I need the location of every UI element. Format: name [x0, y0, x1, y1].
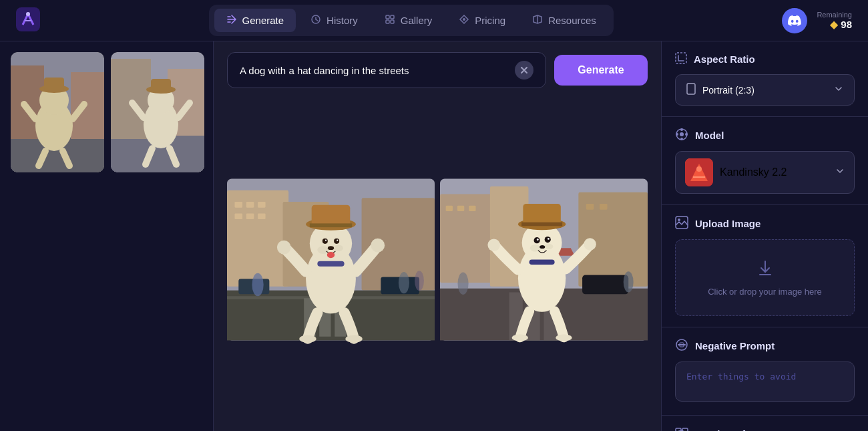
negative-prompt-section: Negative Prompt	[662, 327, 868, 416]
svg-point-86	[530, 245, 541, 251]
history-nav-label: History	[327, 15, 358, 26]
svg-rect-100	[529, 260, 555, 265]
generate-nav-label: Generate	[242, 15, 284, 26]
svg-point-98	[512, 334, 528, 341]
svg-rect-39	[235, 213, 243, 219]
svg-point-89	[545, 237, 551, 243]
svg-point-56	[337, 240, 338, 241]
svg-rect-78	[600, 204, 608, 210]
svg-rect-76	[469, 206, 475, 211]
svg-rect-60	[312, 205, 351, 227]
svg-rect-3	[386, 15, 389, 19]
left-sidebar	[0, 41, 214, 431]
right-sidebar: Aspect Ratio Portrait (2:3)	[661, 41, 868, 431]
svg-point-101	[624, 271, 634, 292]
svg-point-69	[415, 271, 424, 291]
aspect-ratio-dropdown-left: Portrait (2:3)	[686, 83, 754, 97]
svg-rect-74	[446, 206, 453, 211]
thumbnail-row	[11, 52, 202, 172]
thumbnail-2[interactable]	[111, 52, 204, 172]
portrait-icon	[686, 83, 696, 97]
svg-rect-0	[16, 7, 40, 31]
svg-point-109	[676, 133, 678, 136]
svg-point-108	[680, 138, 683, 140]
clear-button[interactable]	[515, 61, 533, 80]
aspect-ratio-icon	[675, 52, 687, 66]
resources-nav-icon	[532, 14, 543, 27]
app-logo[interactable]	[16, 7, 40, 34]
main-content: A dog with a hat dancing in the streets …	[0, 41, 868, 431]
svg-rect-4	[391, 15, 394, 19]
generated-image-1[interactable]	[227, 99, 435, 420]
model-dropdown-left: Kandinsky 2.2	[685, 158, 787, 186]
aspect-ratio-chevron-icon	[834, 84, 843, 96]
nav-item-history[interactable]: History	[298, 9, 370, 32]
svg-rect-27	[151, 79, 171, 92]
navbar: Generate History Gallery	[0, 0, 868, 41]
svg-point-65	[345, 335, 362, 343]
generate-nav-icon	[226, 14, 237, 27]
nav-item-pricing[interactable]: Pricing	[447, 9, 517, 32]
thumbnail-1[interactable]	[11, 52, 104, 172]
svg-rect-38	[258, 202, 266, 208]
svg-rect-11	[71, 72, 104, 139]
search-container: A dog with a hat dancing in the streets	[227, 52, 546, 88]
svg-point-114	[678, 219, 680, 221]
remaining-credits-box: Remaining ◆ 98	[817, 11, 852, 31]
resources-nav-label: Resources	[548, 15, 596, 26]
svg-point-92	[539, 245, 545, 249]
svg-rect-77	[586, 204, 594, 210]
upload-image-icon	[675, 216, 688, 231]
coins-value: ◆ 98	[830, 19, 852, 31]
svg-point-88	[534, 237, 540, 243]
svg-point-64	[299, 335, 316, 343]
generated-image-2[interactable]	[440, 99, 648, 420]
svg-point-1	[26, 12, 30, 16]
image-gap	[436, 99, 439, 420]
aspect-ratio-value: Portrait (2:3)	[702, 85, 754, 96]
upload-placeholder-text: Click or drop your image here	[708, 287, 822, 297]
svg-point-52	[334, 245, 343, 251]
svg-point-63	[371, 239, 385, 253]
image-display	[214, 99, 661, 431]
gallery-nav-icon	[385, 14, 395, 27]
pricing-nav-icon	[459, 14, 469, 27]
upload-download-icon	[756, 259, 775, 280]
svg-point-55	[325, 240, 327, 241]
nav-item-gallery[interactable]: Gallery	[373, 9, 445, 32]
generate-button[interactable]: Generate	[554, 55, 648, 86]
svg-point-110	[685, 133, 688, 136]
number-of-images-section: Number of Images	[662, 416, 868, 431]
svg-point-57	[328, 246, 334, 250]
model-chevron-icon	[835, 166, 845, 178]
svg-point-51	[317, 246, 329, 254]
navbar-right: Remaining ◆ 98	[782, 8, 852, 33]
aspect-ratio-title: Aspect Ratio	[694, 53, 755, 65]
svg-point-96	[487, 239, 499, 251]
svg-rect-61	[310, 223, 352, 227]
upload-image-section: Upload Image Click or drop your image he…	[662, 205, 868, 327]
svg-point-91	[548, 238, 550, 240]
svg-rect-40	[246, 213, 254, 219]
search-area: A dog with a hat dancing in the streets …	[214, 41, 661, 99]
number-of-images-title: Number of Images	[695, 428, 783, 431]
prompt-input[interactable]: A dog with a hat dancing in the streets	[240, 65, 508, 76]
svg-rect-37	[246, 202, 254, 208]
svg-point-68	[399, 272, 409, 293]
discord-button[interactable]	[782, 8, 807, 33]
svg-rect-66	[317, 261, 344, 267]
nav-item-resources[interactable]: Resources	[520, 9, 608, 32]
svg-point-102	[457, 273, 468, 295]
nav-item-generate[interactable]: Generate	[214, 9, 296, 32]
svg-rect-5	[386, 20, 389, 23]
negative-prompt-input[interactable]	[675, 362, 855, 402]
coin-icon: ◆	[830, 19, 838, 31]
aspect-ratio-dropdown[interactable]: Portrait (2:3)	[675, 74, 855, 106]
upload-image-title: Upload Image	[695, 218, 761, 229]
model-dropdown[interactable]: Kandinsky 2.2	[675, 151, 855, 194]
svg-rect-104	[687, 84, 695, 94]
svg-point-90	[537, 239, 539, 241]
upload-dropzone[interactable]: Click or drop your image here	[675, 239, 855, 316]
svg-point-53	[322, 239, 328, 244]
svg-point-87	[545, 244, 554, 249]
